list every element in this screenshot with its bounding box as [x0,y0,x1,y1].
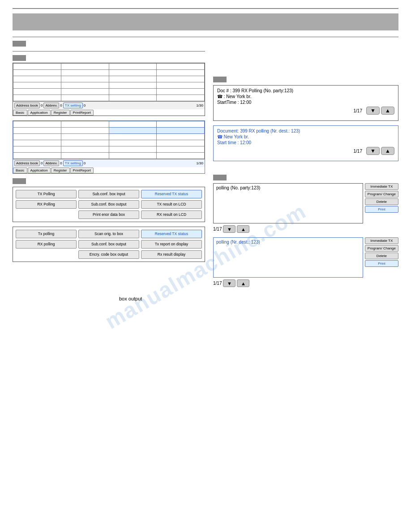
time-line-2: Start time : 12:00 [217,140,394,145]
nav-up-btn-2[interactable]: ▲ [381,147,394,155]
doc-line-1: Doc # : 399 RX Polling (No. party:123) [217,88,394,93]
func-btn-tx-result-lcd-1[interactable]: TX result on LCD [141,200,202,209]
polling-nav-3: 1/17 ▼ ▲ [213,225,363,233]
address-table-1: Address book 0 Abbrev. 0 TX setting 0 1/… [13,63,205,116]
header-bar [13,13,398,30]
step-marker-3 [13,178,26,184]
polling-actions-3: Immediate TX Program/ Change Delete Prin… [365,183,398,233]
func-btn-tx-report-display[interactable]: Tx report on display [141,240,202,249]
func-grid-panel-2: Tx polling Scan orig. to box Reserved TX… [13,227,205,262]
time-line-1: StartTime : 12:00 [217,100,394,105]
polling-info-3: polling (No. party:123) [213,183,363,223]
step-marker-r1 [213,77,227,82]
func-btn-print-error[interactable]: Print enor data box [78,210,139,219]
lcd-panel-2: Document: 399 RX polling (Nr. dest.: 123… [213,125,398,161]
program-change-btn-4[interactable]: Program/ Change [365,245,398,252]
program-change-btn-3[interactable]: Program/ Change [365,191,398,197]
nav-count-2: 1/17 [354,149,362,154]
abbrev-btn-2[interactable]: Abbrev. [43,160,59,166]
polling-info-4: polling (Nr. dest.: 123) [213,237,363,278]
tab-basic-2[interactable]: Basic [13,167,27,173]
p-nav-up-4[interactable]: ▲ [237,279,249,287]
func-btn-encry-code[interactable]: Encry. code box output [78,250,139,259]
func-btn-tx-polling-2[interactable]: Tx polling [16,230,77,238]
delete-btn-4[interactable]: Delete [365,253,398,259]
func-btn-empty-1 [16,210,77,219]
func-btn-rx-result-lcd-1[interactable]: RX result on LCD [141,210,202,219]
addr-page-1: 1/30 [196,103,203,107]
func-btn-scan-orig[interactable]: Scan orig. to box [78,230,139,238]
print-btn-3[interactable]: Print [365,206,398,213]
nav-down-btn-1[interactable]: ▼ [366,107,380,115]
p-count-4: 1/17 [213,281,222,286]
func-btn-tx-polling-1[interactable]: TX Polling [16,190,77,198]
polling-detail-panel-3: polling (No. party:123) 1/17 ▼ ▲ Immedia… [213,183,398,233]
tx-setting-btn-2[interactable]: TX setting [63,160,83,166]
tab-application-2[interactable]: Application [28,167,51,173]
func-grid-panel-1: TX Polling Sub.conf. box Input Reserved … [13,187,205,222]
polling-nav-4: 1/17 ▼ ▲ [213,279,363,287]
func-grid-1: TX Polling Sub.conf. box Input Reserved … [16,190,202,219]
p-count-3: 1/17 [213,227,222,232]
polling-detail-panel-4: polling (Nr. dest.: 123) 1/17 ▼ ▲ Immedi… [213,237,398,287]
step-marker-1 [13,41,26,47]
immediate-tx-btn-4[interactable]: Immediate TX [365,237,398,244]
p-nav-up-3[interactable]: ▲ [237,225,249,233]
p-nav-down-4[interactable]: ▼ [223,279,235,287]
func-grid-2: Tx polling Scan orig. to box Reserved TX… [16,230,202,259]
tab-register-1[interactable]: Register [51,110,70,116]
box-output-label: box output [13,296,398,301]
addr-grid-2 [13,121,205,159]
right-column: Doc # : 399 RX Polling (No. party:123) ☎… [213,41,398,292]
func-btn-empty-2 [16,250,77,259]
section-rule-2 [13,51,205,51]
polling-actions-4: Immediate TX Program/ Change Delete Prin… [365,237,398,287]
tab-printreport-2[interactable]: PrintReport [70,167,94,173]
tab-application-1[interactable]: Application [28,110,51,116]
phone-line-2: ☎ New York br. [217,134,394,139]
func-btn-reserved-tx-1[interactable]: Reserved TX status [141,190,202,198]
lcd-panel-1: Doc # : 399 RX Polling (No. party:123) ☎… [213,85,398,121]
left-column: Address book 0 Abbrev. 0 TX setting 0 1/… [13,41,205,292]
addr-grid-1 [13,63,205,101]
tx-setting-btn-1[interactable]: TX setting [63,103,83,108]
func-btn-rx-polling-1[interactable]: RX Polling [16,200,77,209]
tab-printreport-1[interactable]: PrintReport [70,110,94,116]
func-btn-subconf-output-2[interactable]: Sub.conf. box output [78,240,139,249]
tab-register-2[interactable]: Register [51,167,70,173]
func-btn-subconf-output-1[interactable]: Sub.conf. Box output [78,200,139,209]
print-btn-4[interactable]: Print [365,260,398,267]
doc-line-2: Document: 399 RX polling (Nr. dest.: 123… [217,129,394,133]
top-rule [13,8,398,9]
func-btn-subconf-input[interactable]: Sub.conf. box Input [78,190,139,198]
polling-title-3: polling (No. party:123) [216,185,360,190]
step-marker-r2 [213,175,227,180]
immediate-tx-btn-3[interactable]: Immediate TX [365,183,398,190]
abbrev-btn-1[interactable]: Abbrev. [43,103,59,108]
step-marker-2 [13,55,26,61]
delete-btn-3[interactable]: Delete [365,198,398,205]
polling-title-4: polling (Nr. dest.: 123) [216,240,360,245]
section-rule-1 [13,37,398,37]
addr-book-btn-2[interactable]: Address book [14,160,40,166]
func-btn-rx-polling-2[interactable]: RX polling [16,240,77,249]
func-btn-rx-result-display[interactable]: Rx result display [141,250,202,259]
addr-book-btn-1[interactable]: Address book [14,103,40,108]
tab-basic-1[interactable]: Basic [13,110,27,116]
p-nav-down-3[interactable]: ▼ [223,225,235,233]
phone-line-1: ☎ : New York br. [217,94,394,99]
address-table-2: Address book 0 Abbrev. 0 TX setting 0 1/… [13,120,205,174]
nav-up-btn-1[interactable]: ▲ [381,107,394,115]
addr-page-2: 1/30 [196,161,203,165]
nav-count-1: 1/17 [354,108,362,113]
func-btn-reserved-tx-2[interactable]: Reserved TX status [141,230,202,238]
nav-down-btn-2[interactable]: ▼ [366,147,380,155]
